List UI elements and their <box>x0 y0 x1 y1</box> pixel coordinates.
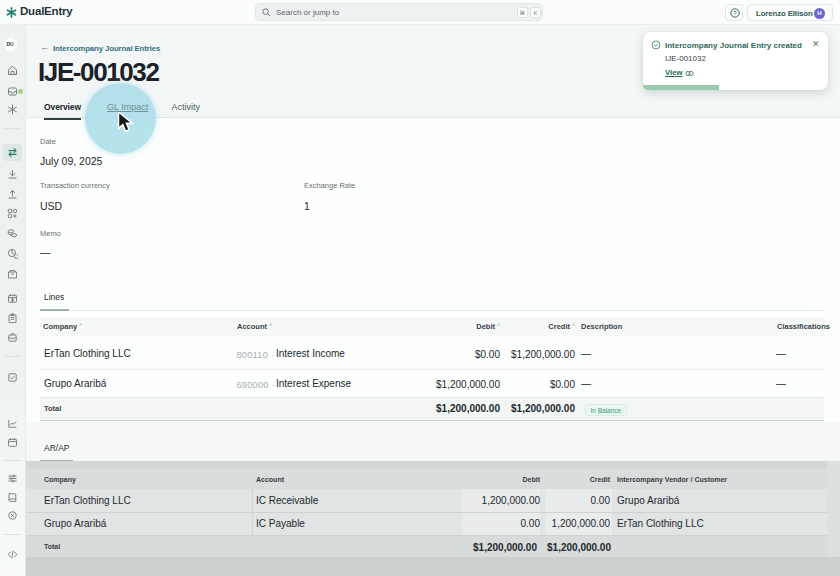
svg-text:?: ? <box>733 10 737 16</box>
